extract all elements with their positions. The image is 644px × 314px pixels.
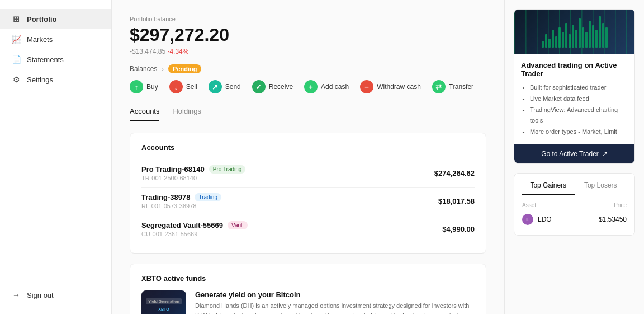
- account-info-3: Segregated Vault-55669 Vault CU-001-2361…: [141, 221, 248, 237]
- account-info-2: Trading-38978 Trading RL-001-0573-38978: [141, 193, 221, 209]
- account-id-2: RL-001-0573-38978: [141, 203, 221, 209]
- receive-button[interactable]: ✓ Receive: [252, 80, 293, 93]
- chart-bar: [558, 27, 561, 48]
- account-row-3[interactable]: Segregated Vault-55669 Vault CU-001-2361…: [141, 215, 475, 243]
- external-link-icon: ↗: [602, 150, 608, 158]
- markets-icon: 📈: [11, 34, 21, 44]
- account-row-1[interactable]: Pro Trading-68140 Pro Trading TR-001-250…: [141, 160, 475, 188]
- goto-active-trader-button[interactable]: Go to Active Trader ↗: [514, 144, 634, 163]
- feature-3: TradingView: Advanced charting tools: [530, 105, 628, 127]
- sidebar-label-settings: Settings: [27, 76, 53, 84]
- funds-section-title: XBTO active funds: [141, 274, 475, 283]
- balance-change: -$13,474.85 -4.34%: [130, 48, 486, 55]
- withdraw-icon: −: [360, 80, 373, 93]
- ldo-icon: L: [522, 214, 533, 225]
- account-balance-1: $274,264.62: [434, 169, 475, 177]
- trader-title: Advanced trading on Active Trader: [521, 61, 628, 78]
- tab-arrow: ›: [162, 65, 164, 72]
- account-tag-3: Vault: [228, 221, 248, 229]
- sell-button[interactable]: ↓ Sell: [169, 80, 197, 93]
- buy-button[interactable]: ↑ Buy: [130, 80, 158, 93]
- add-cash-label: Add cash: [321, 83, 349, 91]
- trader-chart-bg: [514, 10, 634, 54]
- send-label: Send: [225, 83, 241, 91]
- balance-label: Portfolio balance: [130, 16, 486, 22]
- chart-bar: [595, 30, 598, 48]
- add-cash-button[interactable]: + Add cash: [304, 80, 349, 93]
- losers-tab[interactable]: Top Losers: [575, 181, 627, 195]
- asset-row-ldo[interactable]: L LDO $1.53450: [522, 212, 627, 227]
- sidebar-label-markets: Markets: [27, 35, 53, 44]
- sidebar-label-statements: Statements: [27, 55, 64, 64]
- withdraw-cash-button[interactable]: − Withdraw cash: [360, 80, 421, 93]
- receive-label: Receive: [269, 83, 293, 91]
- tab-holdings[interactable]: Holdings: [173, 107, 201, 121]
- chart-bar: [565, 23, 567, 48]
- chart-bar: [552, 30, 554, 48]
- action-row: ↑ Buy ↓ Sell ↗ Send ✓ Receive + Add cash…: [130, 80, 486, 93]
- trader-card: Advanced trading on Active Trader Built …: [514, 9, 635, 164]
- trader-body: Advanced trading on Active Trader Built …: [514, 54, 634, 144]
- transfer-icon: ⇄: [432, 80, 446, 93]
- sidebar-item-statements[interactable]: 📄 Statements: [0, 49, 111, 69]
- fund-yield-label: Yield Generation: [146, 298, 181, 304]
- asset-header: Asset: [522, 202, 536, 208]
- sell-icon: ↓: [169, 80, 183, 93]
- send-button[interactable]: ↗ Send: [209, 80, 241, 93]
- balances-tab-btn[interactable]: Balances: [130, 63, 157, 74]
- account-balance-2: $18,017.58: [438, 197, 475, 205]
- account-tag-1: Pro Trading: [209, 165, 246, 174]
- sidebar-item-settings[interactable]: ⚙ Settings: [0, 69, 111, 90]
- account-row-2[interactable]: Trading-38978 Trading RL-001-0573-38978 …: [141, 188, 475, 215]
- chart-bar: [592, 25, 594, 48]
- funds-section: XBTO active funds Yield Generation XBTO …: [130, 264, 486, 314]
- balance-change-pct: -4.34%: [167, 48, 188, 55]
- chart-bar: [545, 34, 547, 48]
- account-id-3: CU-001-2361-55669: [141, 231, 248, 237]
- sidebar-item-markets[interactable]: 📈 Markets: [0, 29, 111, 49]
- statements-icon: 📄: [11, 54, 21, 64]
- fund-xbto-label: XBTO: [158, 307, 169, 312]
- asset-symbol-ldo: LDO: [538, 215, 552, 223]
- accounts-section-title: Accounts: [141, 143, 475, 152]
- accounts-section: Accounts Pro Trading-68140 Pro Trading T…: [130, 133, 486, 254]
- transfer-button[interactable]: ⇄ Transfer: [432, 80, 473, 93]
- chart-bar: [569, 34, 571, 48]
- balance-change-value: -$13,474.85: [130, 48, 165, 55]
- sidebar-item-signout[interactable]: → Sign out: [0, 285, 111, 305]
- right-panel: Advanced trading on Active Trader Built …: [504, 0, 644, 314]
- chart-bar: [555, 36, 557, 48]
- chart-bar: [572, 25, 574, 48]
- chart-bar: [602, 23, 604, 48]
- feature-1: Built for sophisticated trader: [530, 82, 628, 93]
- chart-bar: [562, 32, 564, 48]
- sidebar-label-portfolio: Portfolio: [27, 15, 56, 24]
- trader-image: [514, 10, 634, 54]
- buy-label: Buy: [146, 83, 158, 91]
- balance-tabs: Balances › Pending: [130, 63, 486, 74]
- sell-label: Sell: [186, 83, 197, 91]
- chart-bar: [582, 27, 584, 48]
- chart-bar: [548, 39, 551, 48]
- content-tabs: Accounts Holdings: [130, 107, 486, 121]
- signout-icon: →: [11, 290, 21, 300]
- account-id-1: TR-001-2500-68140: [141, 175, 245, 181]
- chart-bar: [585, 32, 588, 48]
- asset-info-ldo: L LDO: [522, 214, 552, 225]
- fund-description: Diamond Hands (DH) is an actively manage…: [195, 301, 475, 314]
- gainers-card: Top Gainers Top Losers Asset Price L LDO…: [514, 173, 635, 236]
- price-header: Price: [614, 202, 627, 208]
- fund-content: Generate yield on your Bitcoin Diamond H…: [195, 290, 475, 314]
- feature-4: More order types - Market, Limit: [530, 126, 628, 138]
- main-content: Portfolio balance $297,272.20 -$13,474.8…: [112, 0, 504, 314]
- buy-icon: ↑: [130, 80, 143, 93]
- account-name-2: Trading-38978 Trading: [141, 193, 221, 201]
- chart-bar: [589, 21, 591, 48]
- chart-bar: [579, 18, 581, 48]
- sidebar-item-portfolio[interactable]: ⊞ Portfolio: [0, 9, 111, 29]
- pending-badge[interactable]: Pending: [168, 64, 201, 73]
- tab-accounts[interactable]: Accounts: [130, 107, 159, 121]
- chart-bar: [599, 16, 601, 48]
- account-info-1: Pro Trading-68140 Pro Trading TR-001-250…: [141, 165, 245, 181]
- gainers-tab[interactable]: Top Gainers: [522, 181, 575, 195]
